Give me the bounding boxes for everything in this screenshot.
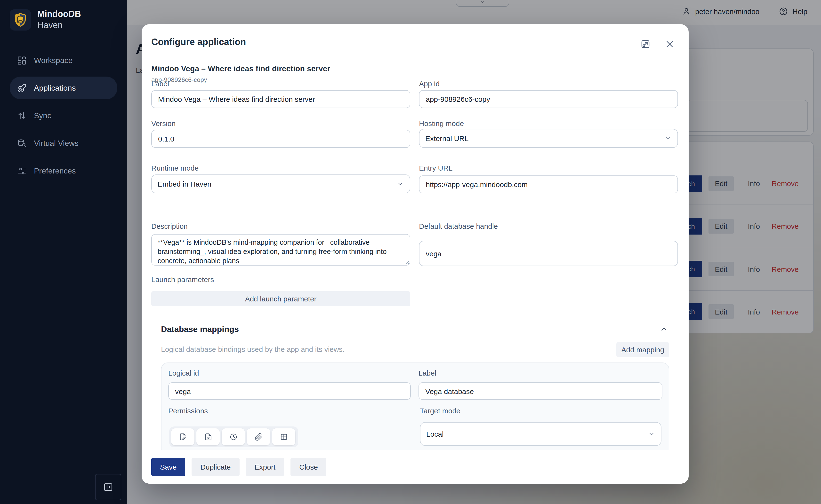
target-mode-select[interactable]: Local: [420, 422, 662, 446]
file-edit-icon: [179, 433, 187, 441]
app-id-field-label: App id: [419, 79, 440, 88]
close-modal-button[interactable]: [664, 39, 675, 49]
runtime-mode-select[interactable]: Embed in Haven: [151, 174, 410, 193]
export-button[interactable]: Export: [246, 458, 284, 476]
brand-logo-icon: [10, 9, 31, 31]
hosting-mode-select[interactable]: External URL: [419, 129, 678, 148]
modal-app-name: Mindoo Vega – Where ideas find direction…: [151, 64, 330, 73]
sidebar-item-label: Workspace: [34, 56, 72, 65]
workspace-grid-icon: [17, 55, 27, 65]
version-input[interactable]: [151, 130, 410, 148]
chevron-up-icon: [660, 325, 668, 333]
sidebar-item-applications[interactable]: Applications: [10, 77, 117, 99]
permission-file-delete-button[interactable]: [196, 428, 220, 445]
sidebar-item-workspace[interactable]: Workspace: [10, 49, 117, 72]
add-launch-parameter-button[interactable]: Add launch parameter: [151, 291, 410, 306]
configure-application-modal: Configure application Mindoo Vega – Wher…: [142, 24, 689, 484]
sliders-icon: [17, 166, 27, 176]
brand: MindooDB Haven: [10, 9, 81, 31]
modal-title: Configure application: [151, 37, 246, 47]
hosting-mode-field-label: Hosting mode: [419, 119, 464, 127]
permissions-toggle-group: [169, 426, 298, 447]
default-db-input[interactable]: [419, 241, 678, 266]
add-mapping-button[interactable]: Add mapping: [616, 342, 669, 357]
chevron-down-icon: [664, 135, 672, 142]
label-field-label: Label: [151, 79, 169, 88]
sidebar-item-label: Sync: [34, 111, 51, 120]
chevron-down-icon: [648, 430, 655, 438]
table-icon: [279, 433, 288, 441]
sidebar-item-virtual-views[interactable]: Virtual Views: [10, 132, 117, 155]
database-mappings-description: Logical database bindings used by the ap…: [161, 345, 344, 353]
permission-attachments-button[interactable]: [247, 428, 270, 445]
permission-tables-button[interactable]: [272, 428, 295, 445]
database-mappings-heading: Database mappings: [161, 325, 239, 334]
rocket-icon: [17, 83, 27, 93]
sidebar-item-label: Applications: [34, 84, 76, 92]
label-input[interactable]: [151, 90, 410, 108]
sync-arrows-icon: [17, 111, 27, 120]
sidebar-collapse-button[interactable]: [95, 474, 121, 500]
permission-file-edit-button[interactable]: [171, 428, 194, 445]
runtime-mode-value: Embed in Haven: [158, 180, 211, 188]
collapse-panel-icon: [103, 482, 113, 492]
close-icon: [664, 39, 675, 49]
mapping-label-input[interactable]: [419, 382, 662, 400]
mapping-card: Logical id Label Permissions: [161, 362, 669, 450]
permission-history-button[interactable]: [222, 428, 245, 445]
brand-subname: Haven: [37, 20, 81, 31]
logical-id-field-label: Logical id: [168, 369, 199, 377]
logical-id-input[interactable]: [168, 382, 411, 400]
sidebar: MindooDB Haven Workspace Applications Sy…: [0, 0, 127, 504]
entry-url-input[interactable]: [419, 175, 678, 193]
sidebar-item-label: Virtual Views: [34, 139, 79, 148]
version-field-label: Version: [151, 119, 175, 127]
modal-body: Configure application Mindoo Vega – Wher…: [142, 24, 689, 450]
sidebar-item-label: Preferences: [34, 166, 76, 175]
brand-name: MindooDB: [37, 9, 81, 20]
permissions-label: Permissions: [168, 407, 208, 415]
close-button[interactable]: Close: [290, 458, 326, 476]
target-mode-value: Local: [426, 430, 444, 438]
mapping-label-field-label: Label: [419, 369, 436, 377]
default-db-field-label: Default database handle: [419, 222, 498, 230]
runtime-mode-field-label: Runtime mode: [151, 164, 199, 172]
entry-url-field-label: Entry URL: [419, 164, 453, 172]
launch-parameters-label: Launch parameters: [151, 275, 214, 283]
hosting-mode-value: External URL: [425, 134, 469, 142]
expand-icon: [640, 39, 651, 49]
modal-footer: Save Duplicate Export Close: [142, 450, 689, 484]
save-button[interactable]: Save: [151, 458, 185, 476]
paperclip-icon: [254, 433, 262, 441]
app-id-input[interactable]: [419, 90, 678, 108]
description-field-label: Description: [151, 222, 188, 230]
target-mode-field-label: Target mode: [420, 407, 461, 415]
file-x-icon: [204, 433, 212, 441]
sidebar-menu: Workspace Applications Sync Virtual View…: [10, 49, 117, 187]
description-textarea-wrap: **Vega** is MindooDB's mind-mapping comp…: [151, 234, 410, 266]
database-search-icon: [17, 138, 27, 148]
expand-modal-button[interactable]: [640, 39, 651, 49]
chevron-down-icon: [397, 180, 404, 188]
clock-icon: [229, 433, 237, 441]
description-textarea[interactable]: **Vega** is MindooDB's mind-mapping comp…: [151, 234, 410, 266]
app-root: peter haven/mindoo Help Applications Lau…: [0, 0, 821, 504]
collapse-section-button[interactable]: [660, 325, 668, 335]
sidebar-item-sync[interactable]: Sync: [10, 104, 117, 127]
duplicate-button[interactable]: Duplicate: [191, 458, 239, 476]
sidebar-item-preferences[interactable]: Preferences: [10, 159, 117, 182]
